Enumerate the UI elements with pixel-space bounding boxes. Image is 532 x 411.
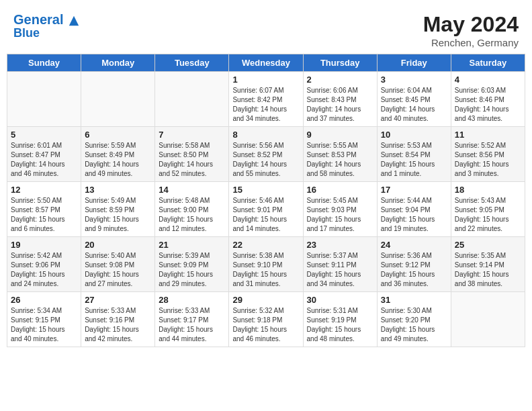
- calendar-cell: 14Sunrise: 5:48 AM Sunset: 9:00 PM Dayli…: [155, 182, 229, 237]
- calendar-cell: 18Sunrise: 5:43 AM Sunset: 9:05 PM Dayli…: [451, 182, 525, 237]
- calendar-cell: 6Sunrise: 5:59 AM Sunset: 8:49 PM Daylig…: [81, 127, 155, 182]
- day-number: 14: [159, 185, 225, 195]
- calendar-cell: 25Sunrise: 5:35 AM Sunset: 9:14 PM Dayli…: [451, 237, 525, 292]
- day-number: 1: [232, 75, 299, 85]
- calendar-cell: 12Sunrise: 5:50 AM Sunset: 8:57 PM Dayli…: [7, 182, 81, 237]
- day-number: 2: [307, 75, 373, 85]
- calendar-cell: 22Sunrise: 5:38 AM Sunset: 9:10 PM Dayli…: [229, 237, 303, 292]
- calendar-week-row: 12Sunrise: 5:50 AM Sunset: 8:57 PM Dayli…: [7, 182, 525, 237]
- day-info: Sunrise: 5:53 AM Sunset: 8:54 PM Dayligh…: [381, 141, 447, 179]
- weekday-header-saturday: Saturday: [451, 54, 525, 72]
- calendar-cell: 10Sunrise: 5:53 AM Sunset: 8:54 PM Dayli…: [377, 127, 451, 182]
- day-info: Sunrise: 5:39 AM Sunset: 9:09 PM Dayligh…: [159, 251, 225, 289]
- calendar-week-row: 5Sunrise: 6:01 AM Sunset: 8:47 PM Daylig…: [7, 127, 525, 182]
- calendar-cell: [81, 72, 155, 127]
- calendar-cell: 27Sunrise: 5:33 AM Sunset: 9:16 PM Dayli…: [81, 292, 155, 347]
- day-info: Sunrise: 5:34 AM Sunset: 9:15 PM Dayligh…: [11, 306, 77, 344]
- logo: General Blue: [13, 12, 80, 40]
- logo-blue: Blue: [13, 27, 80, 40]
- calendar-cell: 15Sunrise: 5:46 AM Sunset: 9:01 PM Dayli…: [229, 182, 303, 237]
- calendar-cell: [155, 72, 229, 127]
- logo-icon: [68, 15, 80, 27]
- logo-text: General: [13, 12, 80, 27]
- day-number: 12: [11, 185, 77, 195]
- calendar-cell: [451, 292, 525, 347]
- day-info: Sunrise: 5:44 AM Sunset: 9:04 PM Dayligh…: [381, 196, 447, 234]
- day-info: Sunrise: 5:37 AM Sunset: 9:11 PM Dayligh…: [307, 251, 373, 289]
- day-number: 17: [381, 185, 447, 195]
- day-info: Sunrise: 5:33 AM Sunset: 9:17 PM Dayligh…: [159, 306, 225, 344]
- day-number: 19: [11, 240, 77, 250]
- day-info: Sunrise: 5:35 AM Sunset: 9:14 PM Dayligh…: [455, 251, 521, 289]
- calendar-cell: 1Sunrise: 6:07 AM Sunset: 8:42 PM Daylig…: [229, 72, 303, 127]
- calendar-cell: 8Sunrise: 5:56 AM Sunset: 8:52 PM Daylig…: [229, 127, 303, 182]
- page-header: General Blue May 2024 Renchen, Germany: [7, 7, 525, 51]
- weekday-header-friday: Friday: [377, 54, 451, 72]
- day-info: Sunrise: 5:32 AM Sunset: 9:18 PM Dayligh…: [232, 306, 299, 344]
- day-info: Sunrise: 5:46 AM Sunset: 9:01 PM Dayligh…: [232, 196, 299, 234]
- calendar-cell: 4Sunrise: 6:03 AM Sunset: 8:46 PM Daylig…: [451, 72, 525, 127]
- weekday-header-wednesday: Wednesday: [229, 54, 303, 72]
- calendar-cell: 3Sunrise: 6:04 AM Sunset: 8:45 PM Daylig…: [377, 72, 451, 127]
- calendar-cell: 2Sunrise: 6:06 AM Sunset: 8:43 PM Daylig…: [303, 72, 377, 127]
- day-info: Sunrise: 5:36 AM Sunset: 9:12 PM Dayligh…: [381, 251, 447, 289]
- day-info: Sunrise: 5:45 AM Sunset: 9:03 PM Dayligh…: [307, 196, 373, 234]
- day-info: Sunrise: 5:38 AM Sunset: 9:10 PM Dayligh…: [232, 251, 299, 289]
- day-info: Sunrise: 5:59 AM Sunset: 8:49 PM Dayligh…: [85, 141, 151, 179]
- day-number: 7: [159, 130, 225, 140]
- calendar-week-row: 19Sunrise: 5:42 AM Sunset: 9:06 PM Dayli…: [7, 237, 525, 292]
- day-number: 15: [232, 185, 299, 195]
- day-info: Sunrise: 5:30 AM Sunset: 9:20 PM Dayligh…: [381, 306, 447, 344]
- calendar-cell: 5Sunrise: 6:01 AM Sunset: 8:47 PM Daylig…: [7, 127, 81, 182]
- calendar-cell: 24Sunrise: 5:36 AM Sunset: 9:12 PM Dayli…: [377, 237, 451, 292]
- day-number: 28: [159, 295, 225, 305]
- calendar-table: SundayMondayTuesdayWednesdayThursdayFrid…: [7, 54, 525, 347]
- calendar-cell: 31Sunrise: 5:30 AM Sunset: 9:20 PM Dayli…: [377, 292, 451, 347]
- calendar-week-row: 26Sunrise: 5:34 AM Sunset: 9:15 PM Dayli…: [7, 292, 525, 347]
- calendar-cell: 11Sunrise: 5:52 AM Sunset: 8:56 PM Dayli…: [451, 127, 525, 182]
- calendar-cell: 17Sunrise: 5:44 AM Sunset: 9:04 PM Dayli…: [377, 182, 451, 237]
- day-number: 18: [455, 185, 521, 195]
- day-info: Sunrise: 5:55 AM Sunset: 8:53 PM Dayligh…: [307, 141, 373, 179]
- day-info: Sunrise: 5:52 AM Sunset: 8:56 PM Dayligh…: [455, 141, 521, 179]
- day-number: 8: [232, 130, 299, 140]
- calendar-cell: 30Sunrise: 5:31 AM Sunset: 9:19 PM Dayli…: [303, 292, 377, 347]
- day-number: 26: [11, 295, 77, 305]
- day-number: 6: [85, 130, 151, 140]
- day-number: 27: [85, 295, 151, 305]
- day-info: Sunrise: 5:43 AM Sunset: 9:05 PM Dayligh…: [455, 196, 521, 234]
- day-info: Sunrise: 5:33 AM Sunset: 9:16 PM Dayligh…: [85, 306, 151, 344]
- weekday-header-sunday: Sunday: [7, 54, 81, 72]
- weekday-header-tuesday: Tuesday: [155, 54, 229, 72]
- day-info: Sunrise: 5:56 AM Sunset: 8:52 PM Dayligh…: [232, 141, 299, 179]
- day-info: Sunrise: 5:40 AM Sunset: 9:08 PM Dayligh…: [85, 251, 151, 289]
- calendar-cell: 13Sunrise: 5:49 AM Sunset: 8:59 PM Dayli…: [81, 182, 155, 237]
- day-number: 5: [11, 130, 77, 140]
- calendar-week-row: 1Sunrise: 6:07 AM Sunset: 8:42 PM Daylig…: [7, 72, 525, 127]
- day-number: 30: [307, 295, 373, 305]
- day-number: 31: [381, 295, 447, 305]
- calendar-cell: 23Sunrise: 5:37 AM Sunset: 9:11 PM Dayli…: [303, 237, 377, 292]
- weekday-header-thursday: Thursday: [303, 54, 377, 72]
- day-info: Sunrise: 5:42 AM Sunset: 9:06 PM Dayligh…: [11, 251, 77, 289]
- svg-marker-0: [69, 16, 79, 26]
- day-number: 21: [159, 240, 225, 250]
- day-info: Sunrise: 5:48 AM Sunset: 9:00 PM Dayligh…: [159, 196, 225, 234]
- calendar-cell: 29Sunrise: 5:32 AM Sunset: 9:18 PM Dayli…: [229, 292, 303, 347]
- day-number: 24: [381, 240, 447, 250]
- calendar-cell: 7Sunrise: 5:58 AM Sunset: 8:50 PM Daylig…: [155, 127, 229, 182]
- day-number: 4: [455, 75, 521, 85]
- day-number: 25: [455, 240, 521, 250]
- calendar-cell: 9Sunrise: 5:55 AM Sunset: 8:53 PM Daylig…: [303, 127, 377, 182]
- day-info: Sunrise: 6:01 AM Sunset: 8:47 PM Dayligh…: [11, 141, 77, 179]
- calendar-cell: [7, 72, 81, 127]
- day-info: Sunrise: 6:03 AM Sunset: 8:46 PM Dayligh…: [455, 86, 521, 124]
- location-subtitle: Renchen, Germany: [423, 37, 519, 48]
- calendar-cell: 16Sunrise: 5:45 AM Sunset: 9:03 PM Dayli…: [303, 182, 377, 237]
- day-number: 22: [232, 240, 299, 250]
- calendar-cell: 21Sunrise: 5:39 AM Sunset: 9:09 PM Dayli…: [155, 237, 229, 292]
- day-info: Sunrise: 5:49 AM Sunset: 8:59 PM Dayligh…: [85, 196, 151, 234]
- day-info: Sunrise: 6:04 AM Sunset: 8:45 PM Dayligh…: [381, 86, 447, 124]
- day-info: Sunrise: 6:07 AM Sunset: 8:42 PM Dayligh…: [232, 86, 299, 124]
- day-number: 23: [307, 240, 373, 250]
